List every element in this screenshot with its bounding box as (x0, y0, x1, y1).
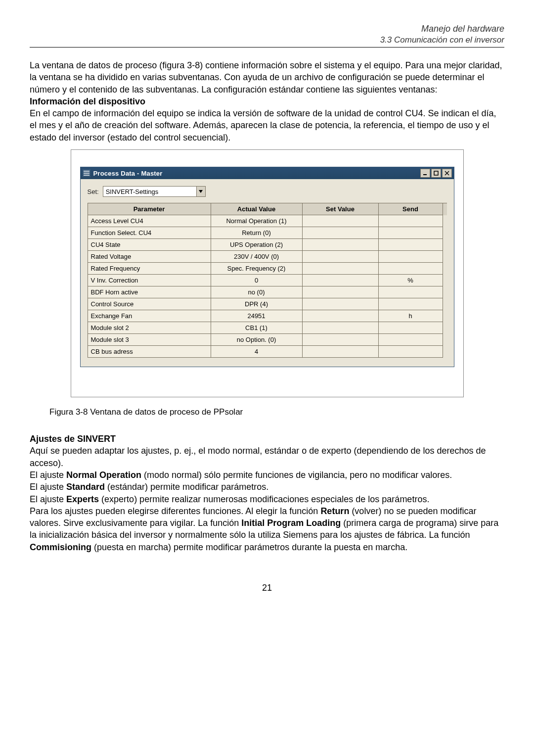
section2-p4b: Experts (66, 494, 99, 504)
column-header-send: Send (379, 203, 443, 215)
table-row: Control SourceDPR (4) (88, 298, 447, 310)
svg-rect-1 (434, 171, 438, 175)
cell-set-value (303, 310, 379, 322)
cell-send (379, 286, 443, 298)
cell-actual-value: 24951 (211, 310, 303, 322)
cell-set-value (303, 334, 379, 346)
section2-p5f: Commisioning (30, 542, 91, 552)
svg-line-3 (445, 171, 449, 175)
close-button[interactable] (442, 169, 452, 178)
figure-caption: Figura 3-8 Ventana de datos de proceso d… (49, 407, 504, 417)
heading-device-info: Información del dispositivo (30, 95, 504, 107)
svg-marker-4 (199, 190, 203, 193)
section2-p5d: Initial Program Loading (241, 518, 341, 528)
parameter-grid: Parameter Actual Value Set Value Send Ac… (88, 203, 447, 358)
section2-p2a: El ajuste (30, 470, 66, 480)
cell-set-value (303, 251, 379, 263)
section2-p2c: (modo normal) sólo permite funciones de … (141, 470, 452, 480)
cell-send (379, 215, 443, 227)
intro-paragraph-1: La ventana de datos de proceso (figura 3… (30, 59, 504, 95)
page-header-title: Manejo del hardware (30, 24, 504, 34)
cell-actual-value: 0 (211, 275, 303, 286)
section2-p4a: El ajuste (30, 494, 66, 504)
minimize-button[interactable] (420, 169, 430, 178)
cell-set-value (303, 239, 379, 251)
cell-actual-value: Spec. Frequency (2) (211, 263, 303, 275)
cell-send (379, 298, 443, 310)
cell-send: h (379, 310, 443, 322)
window-icon (83, 169, 90, 177)
cell-parameter: BDF Horn active (88, 286, 211, 298)
column-header-set: Set Value (303, 203, 379, 215)
cell-send (379, 346, 443, 358)
cell-actual-value: 230V / 400V (0) (211, 251, 303, 263)
section2-p3c: (estándar) permite modificar parámetros. (105, 482, 268, 492)
section2-p5b: Return (320, 506, 349, 516)
cell-send: % (379, 275, 443, 286)
column-header-actual: Actual Value (211, 203, 303, 215)
section2-p5g: (puesta en marcha) permite modificar par… (91, 542, 407, 552)
cell-send (379, 251, 443, 263)
cell-parameter: Rated Voltage (88, 251, 211, 263)
table-row: V Inv. Correction0% (88, 275, 447, 286)
header-rule (30, 47, 504, 47)
section2-p2b: Normal Operation (66, 470, 141, 480)
cell-actual-value: DPR (4) (211, 298, 303, 310)
cell-parameter: Function Select. CU4 (88, 227, 211, 239)
cell-actual-value: 4 (211, 346, 303, 358)
page-number: 21 (30, 583, 504, 593)
maximize-button[interactable] (431, 169, 441, 178)
cell-set-value (303, 227, 379, 239)
cell-actual-value: no (0) (211, 286, 303, 298)
cell-parameter: Access Level CU4 (88, 215, 211, 227)
cell-parameter: Module slot 2 (88, 322, 211, 334)
chevron-down-icon (199, 190, 203, 193)
svg-line-2 (445, 171, 449, 175)
cell-set-value (303, 286, 379, 298)
section2-p5a: Para los ajustes pueden elegirse diferen… (30, 506, 320, 516)
cell-set-value (303, 322, 379, 334)
cell-actual-value: no Option. (0) (211, 334, 303, 346)
cell-set-value (303, 215, 379, 227)
cell-send (379, 322, 443, 334)
cell-set-value (303, 298, 379, 310)
cell-send (379, 263, 443, 275)
cell-actual-value: UPS Operation (2) (211, 239, 303, 251)
set-label: Set: (88, 188, 99, 195)
cell-send (379, 239, 443, 251)
cell-parameter: CB bus adress (88, 346, 211, 358)
cell-set-value (303, 275, 379, 286)
set-dropdown-input[interactable] (103, 186, 197, 197)
section2-p3a: El ajuste (30, 482, 66, 492)
section2-p4: El ajuste Experts (experto) permite real… (30, 493, 504, 505)
process-data-window: Process Data - Master Set: (80, 167, 454, 367)
dropdown-arrow-button[interactable] (197, 186, 206, 197)
window-titlebar: Process Data - Master (81, 167, 454, 179)
cell-actual-value: Return (0) (211, 227, 303, 239)
table-row: CB bus adress4 (88, 346, 447, 358)
cell-parameter: Exchange Fan (88, 310, 211, 322)
cell-parameter: Module slot 3 (88, 334, 211, 346)
section2-p3: El ajuste Standard (estándar) permite mo… (30, 481, 504, 493)
cell-parameter: Rated Frequency (88, 263, 211, 275)
section2-p2: El ajuste Normal Operation (modo normal)… (30, 469, 504, 481)
section2-p4c: (experto) permite realizar numerosas mod… (99, 494, 429, 504)
table-row: Function Select. CU4Return (0) (88, 227, 447, 239)
column-header-parameter: Parameter (88, 203, 211, 215)
table-row: Module slot 3no Option. (0) (88, 334, 447, 346)
table-row: Rated FrequencySpec. Frequency (2) (88, 263, 447, 275)
cell-actual-value: Normal Operation (1) (211, 215, 303, 227)
cell-set-value (303, 263, 379, 275)
table-row: CU4 StateUPS Operation (2) (88, 239, 447, 251)
table-row: BDF Horn activeno (0) (88, 286, 447, 298)
table-row: Rated Voltage230V / 400V (0) (88, 251, 447, 263)
screenshot-frame: Process Data - Master Set: (71, 149, 464, 397)
cell-send (379, 227, 443, 239)
cell-parameter: CU4 State (88, 239, 211, 251)
intro-paragraph-2: En el campo de información del equipo se… (30, 107, 504, 143)
table-row: Exchange Fan24951h (88, 310, 447, 322)
heading-sinvert-settings: Ajustes de SINVERT (30, 433, 504, 445)
window-title: Process Data - Master (93, 170, 420, 177)
page-header-subtitle: 3.3 Comunicación con el inversor (30, 35, 504, 45)
section2-p1: Aquí se pueden adaptar los ajustes, p. e… (30, 445, 504, 469)
